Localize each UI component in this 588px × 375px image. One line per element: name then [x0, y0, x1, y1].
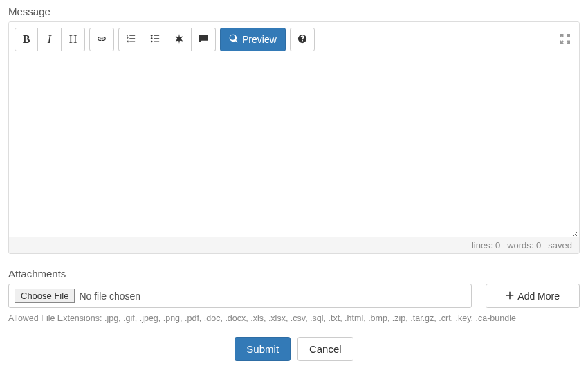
- link-group: [89, 28, 114, 51]
- asterisk-icon: [174, 34, 184, 46]
- question-icon: [297, 34, 307, 46]
- bold-button[interactable]: B: [15, 28, 38, 51]
- list-ul-icon: [150, 34, 160, 46]
- expand-icon: [560, 35, 571, 46]
- choose-file-button[interactable]: Choose File: [15, 289, 75, 303]
- submit-button[interactable]: Submit: [235, 337, 291, 361]
- message-textarea[interactable]: [9, 57, 579, 237]
- message-label: Message: [8, 6, 580, 17]
- list-group: [118, 28, 216, 51]
- ordered-list-button[interactable]: [118, 28, 143, 51]
- add-more-button[interactable]: Add More: [486, 284, 580, 308]
- file-chosen-status: No file chosen: [79, 291, 140, 302]
- allowed-extensions-hint: Allowed File Extensions: .jpg, .gif, .jp…: [8, 313, 580, 323]
- comment-button[interactable]: [192, 28, 216, 51]
- svg-point-0: [151, 34, 153, 36]
- search-icon: [229, 34, 239, 46]
- asterisk-button[interactable]: [167, 28, 192, 51]
- form-actions: Submit Cancel: [8, 337, 580, 361]
- message-editor: B I H: [8, 21, 580, 254]
- lines-counter: lines: 0: [472, 240, 500, 250]
- list-ol-icon: [126, 34, 136, 46]
- saved-status: saved: [548, 240, 572, 250]
- attachments-label: Attachments: [8, 268, 580, 280]
- help-group: [290, 28, 315, 51]
- words-counter: words: 0: [507, 240, 541, 250]
- editor-statusbar: lines: 0 words: 0 saved: [9, 237, 579, 253]
- heading-button[interactable]: H: [62, 28, 85, 51]
- preview-label: Preview: [242, 34, 277, 45]
- hint-prefix: Allowed File Extensions:: [8, 313, 102, 323]
- hint-extensions: .jpg, .gif, .jpeg, .png, .pdf, .doc, .do…: [104, 313, 516, 323]
- format-group: B I H: [15, 28, 85, 51]
- lines-label: lines:: [472, 240, 493, 250]
- svg-point-1: [151, 37, 153, 39]
- add-more-label: Add More: [517, 291, 560, 302]
- link-button[interactable]: [89, 28, 114, 51]
- cancel-button[interactable]: Cancel: [297, 337, 353, 361]
- help-button[interactable]: [290, 28, 315, 51]
- words-label: words:: [507, 240, 533, 250]
- link-icon: [97, 34, 107, 46]
- comment-icon: [199, 34, 208, 46]
- fullscreen-button[interactable]: [557, 30, 573, 49]
- svg-point-2: [151, 40, 153, 42]
- plus-icon: [506, 291, 514, 302]
- italic-button[interactable]: I: [38, 28, 62, 51]
- attachments-row: Choose File No file chosen Add More: [8, 284, 580, 308]
- words-value: 0: [536, 240, 541, 250]
- editor-toolbar: B I H: [9, 22, 579, 57]
- preview-button[interactable]: Preview: [220, 28, 286, 51]
- lines-value: 0: [495, 240, 500, 250]
- preview-group: Preview: [220, 28, 286, 51]
- file-input-box[interactable]: Choose File No file chosen: [8, 284, 472, 308]
- unordered-list-button[interactable]: [143, 28, 167, 51]
